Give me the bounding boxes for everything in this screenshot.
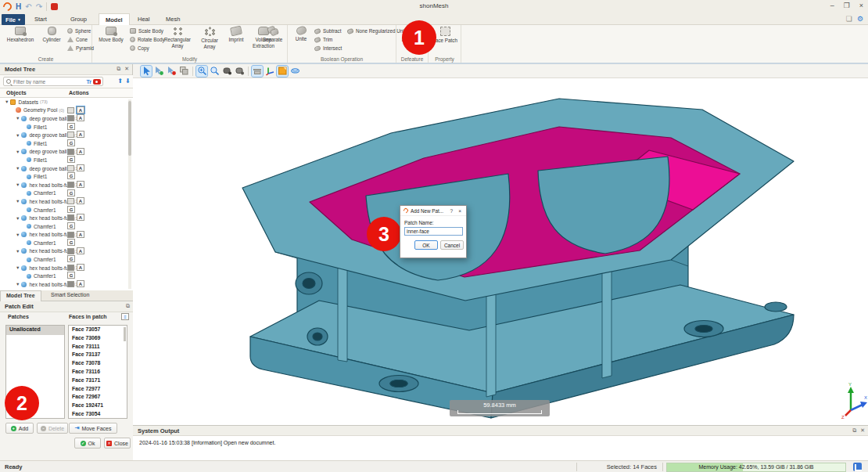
sphere-button[interactable]: Sphere <box>67 27 94 34</box>
caret-icon[interactable]: ▼ <box>16 199 20 204</box>
list-view-icon[interactable]: ≡ <box>121 313 129 320</box>
tree-row[interactable]: ▼hex head bolts-fu...(1)A <box>0 247 133 256</box>
select-add-icon[interactable] <box>153 66 164 77</box>
action-button-g[interactable]: G <box>67 255 75 262</box>
action-button-g[interactable]: G <box>67 206 75 213</box>
triad-toggle-icon[interactable] <box>264 66 275 77</box>
circular-array-button[interactable]: Circular Array <box>195 27 224 50</box>
minimize-button[interactable]: – <box>830 2 834 9</box>
viewport[interactable]: 59.8433 mm Y X Z Add New Pat... ? × <box>133 64 868 425</box>
select-cursor-icon[interactable] <box>141 66 152 77</box>
cylinder-button[interactable]: Cylinder <box>38 27 66 43</box>
color-box[interactable] <box>67 281 74 287</box>
caret-icon[interactable]: ▼ <box>16 133 20 138</box>
action-button-a[interactable]: A <box>77 181 84 188</box>
show-body-icon[interactable] <box>234 66 245 77</box>
action-button-a[interactable]: A <box>77 247 84 254</box>
faces-scrollbar[interactable] <box>124 326 126 419</box>
pyramid-button[interactable]: Pyramid <box>67 45 94 52</box>
tree-row[interactable]: ▼hex head bolts-fu...(1)A <box>0 181 133 189</box>
box-select-icon[interactable] <box>178 66 189 77</box>
color-box[interactable] <box>67 132 74 138</box>
tab-smart-selection[interactable]: Smart Selection <box>45 290 95 301</box>
tree-row[interactable]: ▼hex head bolts-fu...(1)A <box>0 264 133 272</box>
tree-row[interactable]: Fillet1G <box>0 156 133 164</box>
close-panel-icon[interactable]: ✕ <box>860 427 865 434</box>
add-button[interactable]: +Add <box>5 423 34 434</box>
dialog-help-button[interactable]: ? <box>449 208 455 214</box>
cad-model[interactable] <box>133 78 868 425</box>
action-button-g[interactable]: G <box>67 239 75 246</box>
action-button-a[interactable]: A <box>77 280 84 287</box>
caret-icon[interactable]: ▼ <box>16 232 20 237</box>
output-panel-toggle-icon[interactable] <box>853 463 862 471</box>
filter-input[interactable] <box>13 79 86 85</box>
rectangular-array-button[interactable]: Rectangular Array <box>160 27 195 49</box>
tree-row[interactable]: ▼deep groove ball ...(1)A <box>0 164 133 173</box>
zoom-window-icon[interactable] <box>209 66 220 77</box>
tree-row[interactable]: ▼hex head bolts-fu...(1)A <box>0 280 133 289</box>
delete-button[interactable]: -Delete <box>37 423 68 434</box>
action-button-g[interactable]: G <box>67 189 75 196</box>
caret-icon[interactable]: ▼ <box>16 282 20 286</box>
imprint-button[interactable]: Imprint <box>224 27 249 43</box>
intersect-button[interactable]: Intersect <box>314 45 342 52</box>
filter-type-icon[interactable]: Tr <box>86 79 91 85</box>
color-box[interactable] <box>67 115 74 121</box>
close-button-patch[interactable]: ✕Close <box>104 438 131 449</box>
collapse-all-icon[interactable]: ⬇ <box>125 77 131 85</box>
face-list-item[interactable]: Face 192471 <box>69 402 127 410</box>
dialog-ok-button[interactable]: OK <box>414 240 438 250</box>
action-button-g[interactable]: G <box>67 123 75 130</box>
disc-view-icon[interactable] <box>289 66 300 77</box>
dialog-close-button[interactable]: × <box>457 208 463 214</box>
tab-heal[interactable]: Heal <box>131 13 156 25</box>
cone-button[interactable]: Cone <box>67 36 94 43</box>
patch-list-item[interactable]: Unallocated <box>6 326 64 335</box>
tab-model[interactable]: Model <box>99 13 130 25</box>
workbench-icon[interactable] <box>252 66 263 77</box>
clip-plane-icon[interactable] <box>277 66 288 77</box>
face-list-item[interactable]: Face 73069 <box>69 334 127 343</box>
action-button-a[interactable]: A <box>77 214 84 221</box>
trim-button[interactable]: Trim <box>314 36 342 43</box>
tree-row[interactable]: Chamfer1G <box>0 189 133 198</box>
face-list-item[interactable]: Face 73111 <box>69 343 127 351</box>
caret-icon[interactable]: ▼ <box>16 116 20 121</box>
action-button-a[interactable]: A <box>77 197 84 204</box>
tab-model-tree[interactable]: Model Tree <box>0 290 41 301</box>
hexahedron-button[interactable]: Hexahedron <box>3 27 38 43</box>
tree-row[interactable]: Chamfer1G <box>0 222 133 231</box>
layout-icon[interactable]: ❏ <box>846 15 852 23</box>
action-button-a[interactable]: A <box>77 106 84 113</box>
close-button[interactable]: × <box>859 2 863 9</box>
caret-icon[interactable]: ▼ <box>16 216 20 221</box>
expand-all-icon[interactable]: ⬆ <box>118 77 124 85</box>
zoom-in-icon[interactable] <box>196 66 207 77</box>
tree-row[interactable]: ▼deep groove ball ...(1)A <box>0 131 133 139</box>
move-faces-button[interactable]: ⇥Move Faces <box>69 423 117 434</box>
float-panel-icon[interactable]: ⧉ <box>126 303 130 309</box>
face-list-item[interactable]: Face 73057 <box>69 326 127 334</box>
close-panel-icon[interactable]: ✕ <box>124 66 129 72</box>
caret-icon[interactable]: ▼ <box>16 166 20 171</box>
dialog-cancel-button[interactable]: Cancel <box>440 240 464 250</box>
color-box[interactable] <box>67 165 74 171</box>
face-list-item[interactable]: Face 73137 <box>69 351 127 359</box>
caret-icon[interactable]: ▼ <box>16 265 20 270</box>
tree-row[interactable]: ▼hex head bolts-fu...(1)A <box>0 231 133 240</box>
caret-icon[interactable]: ▼ <box>16 182 20 187</box>
action-button-a[interactable]: A <box>77 148 84 155</box>
tree-row[interactable]: ▼hex head bolts-fu...(1)A <box>0 197 133 206</box>
action-button-a[interactable]: A <box>77 164 84 171</box>
hide-body-icon[interactable] <box>221 66 232 77</box>
face-list-item[interactable]: Face 73116 <box>69 368 127 377</box>
action-button-a[interactable]: A <box>77 231 84 238</box>
face-list-item[interactable]: Face 72977 <box>69 385 127 394</box>
subtract-button[interactable]: Subtract <box>314 27 342 34</box>
tree-row[interactable]: Chamfer1G <box>0 239 133 247</box>
tree-row[interactable]: Fillet1G <box>0 123 133 132</box>
select-remove-icon[interactable] <box>166 66 177 77</box>
caret-icon[interactable]: ▼ <box>5 99 9 104</box>
tree-scrollbar[interactable] <box>128 99 131 289</box>
